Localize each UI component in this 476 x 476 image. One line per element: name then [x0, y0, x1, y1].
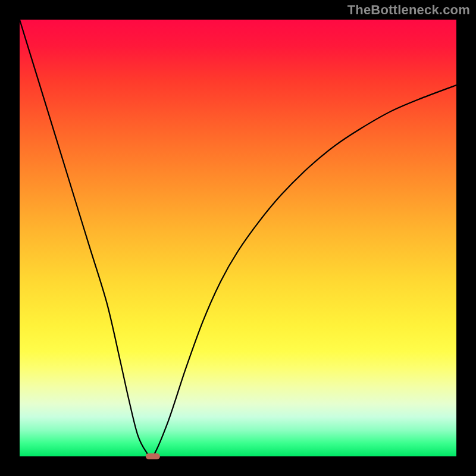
- watermark-text: TheBottleneck.com: [347, 2, 470, 18]
- chart-frame: TheBottleneck.com: [0, 0, 476, 476]
- plot-area: [20, 20, 456, 456]
